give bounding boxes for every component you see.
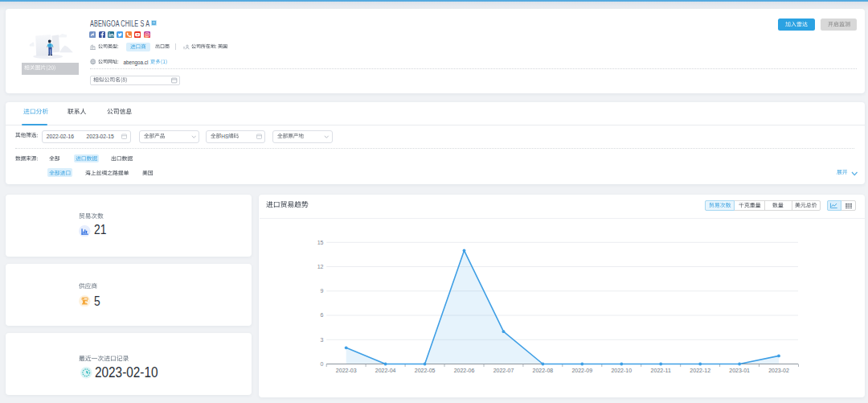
svg-text:2022-07: 2022-07 (493, 368, 514, 373)
svg-text:2022-08: 2022-08 (533, 368, 554, 373)
svg-text:2023-01: 2023-01 (729, 368, 750, 373)
svg-text:2022-12: 2022-12 (690, 368, 710, 373)
svg-text:9: 9 (321, 288, 324, 294)
svg-text:2022-09: 2022-09 (571, 368, 592, 373)
svg-text:12: 12 (317, 264, 324, 269)
svg-text:2022-04: 2022-04 (375, 368, 396, 373)
svg-text:2022-10: 2022-10 (611, 368, 632, 373)
svg-text:2023-02: 2023-02 (768, 368, 789, 373)
svg-text:6: 6 (321, 312, 324, 318)
svg-text:15: 15 (317, 240, 324, 245)
svg-text:3: 3 (321, 337, 324, 343)
svg-text:2022-11: 2022-11 (651, 368, 671, 373)
svg-text:2022-05: 2022-05 (415, 368, 436, 373)
svg-text:2022-06: 2022-06 (454, 368, 475, 373)
svg-text:2022-03: 2022-03 (336, 368, 357, 373)
svg-text:0: 0 (321, 361, 324, 367)
